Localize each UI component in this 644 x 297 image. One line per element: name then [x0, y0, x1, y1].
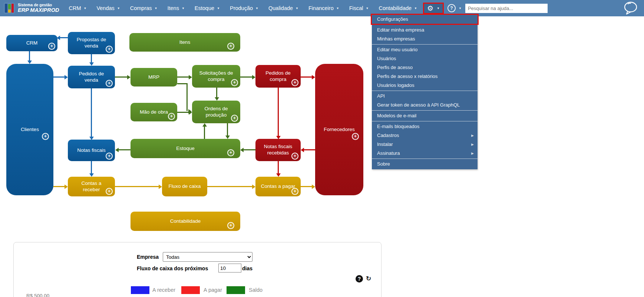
dias-label: dias	[242, 265, 252, 271]
node-pedidos-venda[interactable]: Pedidos de venda+	[68, 66, 115, 88]
menu-item-api[interactable]: API	[372, 92, 478, 101]
chevron-down-icon: ▼	[155, 7, 158, 10]
nav-item-qualidade[interactable]: Qualidade▼	[268, 5, 298, 11]
nav-item-crm[interactable]: CRM▼	[69, 5, 86, 11]
menu-item-editar-minha-empresa[interactable]: Editar minha empresa	[372, 26, 478, 35]
node-contabilidade[interactable]: Contabilidade+	[131, 212, 240, 231]
node-estoque[interactable]: Estoque+	[131, 139, 240, 158]
plus-icon[interactable]: +	[48, 43, 55, 50]
help-icon[interactable]: ?	[448, 4, 456, 12]
chevron-down-icon[interactable]: ▼	[437, 7, 440, 10]
node-notas-fiscais[interactable]: Notas fiscais+	[68, 140, 115, 161]
arrow-head-down	[276, 136, 281, 139]
plus-icon[interactable]: +	[227, 43, 234, 50]
arrow-line	[115, 186, 159, 187]
chevron-down-icon: ▼	[217, 7, 220, 10]
arrow-line	[227, 123, 228, 136]
arrow-head-right	[312, 185, 315, 189]
nav-item-estoque[interactable]: Estoque▼	[195, 5, 220, 11]
nav-item-itens[interactable]: Itens▼	[167, 5, 184, 11]
nav-item-producao[interactable]: Produção▼	[230, 5, 258, 11]
arrow-head-right	[65, 75, 68, 79]
panel-help-icon[interactable]: ?	[356, 275, 363, 283]
main-menu: CRM▼ Vendas▼ Compras▼ Itens▼ Estoque▼ Pr…	[69, 5, 417, 11]
cash-flow-panel: Empresa Todas Fluxo de caixa dos próximo…	[13, 242, 382, 297]
nav-item-vendas[interactable]: Vendas▼	[96, 5, 120, 11]
node-fornecedores[interactable]: Fornecedores+	[315, 64, 363, 195]
arrow-head-right	[65, 185, 68, 189]
chevron-down-icon: ▼	[414, 7, 417, 10]
menu-item-usuarios[interactable]: Usuários	[372, 54, 478, 63]
arrow-line	[177, 112, 189, 113]
plus-icon[interactable]: +	[42, 133, 49, 140]
plus-icon[interactable]: +	[231, 115, 238, 122]
node-contas-receber[interactable]: Contas a receber+	[68, 177, 115, 196]
nav-item-compras[interactable]: Compras▼	[130, 5, 158, 11]
arrow-line	[186, 83, 188, 111]
menu-item-perfis-acesso-relatorios[interactable]: Perfis de acesso x relatórios	[372, 72, 478, 81]
node-propostas-venda[interactable]: Propostas de venda+	[68, 32, 115, 54]
node-pedidos-compra[interactable]: Pedidos de compra+	[255, 65, 301, 88]
node-fluxo-caixa[interactable]: Fluxo de caixa	[162, 177, 207, 196]
menu-item-configuracoes-highlighted[interactable]: Configurações	[372, 15, 478, 24]
arrow-line	[177, 76, 189, 78]
menu-item-instalar[interactable]: Instalar▶	[372, 140, 478, 149]
node-clientes[interactable]: Clientes+	[6, 64, 53, 195]
app-logo[interactable]: Sistema de gestão ERP MAXIPROD	[4, 3, 59, 14]
plus-icon[interactable]: +	[291, 79, 298, 86]
node-notas-fiscais-recebidas[interactable]: Notas fiscais recebidas+	[255, 139, 301, 161]
menu-item-editar-meu-usuario[interactable]: Editar meu usuário	[372, 45, 478, 54]
nav-item-fiscal[interactable]: Fiscal▼	[349, 5, 369, 11]
plus-icon[interactable]: +	[352, 133, 359, 140]
plus-icon[interactable]: +	[227, 222, 234, 229]
plus-icon[interactable]: +	[168, 113, 175, 120]
menu-item-perfis-de-acesso[interactable]: Perfis de acesso	[372, 63, 478, 72]
arrow-line	[91, 161, 92, 174]
plus-icon[interactable]: +	[106, 46, 113, 53]
chat-bubble-icon[interactable]	[622, 1, 639, 16]
settings-gear-highlighted[interactable]: ⚙ ▼	[423, 3, 444, 14]
arrow-head-up	[202, 123, 207, 127]
node-crm[interactable]: CRM+	[6, 35, 57, 51]
search-input[interactable]	[465, 4, 548, 13]
plus-icon[interactable]: +	[231, 79, 238, 86]
node-contas-pagar[interactable]: Contas a pagar+	[255, 177, 301, 196]
dias-input[interactable]	[218, 264, 241, 272]
node-mrp[interactable]: MRP	[131, 68, 177, 87]
nav-item-financeiro[interactable]: Financeiro▼	[308, 5, 339, 11]
menu-item-cadastros[interactable]: Cadastros▶	[372, 131, 478, 140]
gear-icon[interactable]: ⚙	[427, 5, 433, 12]
menu-item-modelos-email[interactable]: Modelos de e-mail	[372, 111, 478, 120]
refresh-icon[interactable]: ↻	[366, 275, 371, 283]
menu-item-assinatura[interactable]: Assinatura▶	[372, 149, 478, 158]
legend-swatch-receber	[131, 286, 149, 294]
chevron-down-icon: ▼	[336, 7, 339, 10]
arrow-line	[60, 37, 68, 38]
node-ordens-producao[interactable]: Ordens de produção+	[192, 101, 240, 123]
chevron-down-icon: ▼	[255, 7, 258, 10]
menu-item-sobre[interactable]: Sobre	[372, 160, 478, 169]
arrow-line	[115, 76, 128, 78]
menu-item-emails-bloqueados[interactable]: E-mails bloqueados	[372, 122, 478, 131]
node-mao-obra[interactable]: Mão de obra+	[131, 103, 177, 121]
plus-icon[interactable]: +	[291, 188, 298, 195]
menu-item-minhas-empresas[interactable]: Minhas empresas	[372, 35, 478, 43]
plus-icon[interactable]: +	[106, 188, 113, 195]
node-itens[interactable]: Itens+	[129, 33, 240, 52]
menu-item-usuarios-logados[interactable]: Usuários logados	[372, 81, 478, 90]
chevron-down-icon[interactable]: ▼	[459, 7, 462, 10]
arrow-line	[177, 83, 188, 84]
nav-item-contabilidade[interactable]: Contabilidade▼	[379, 5, 417, 11]
arrow-head-right	[189, 110, 192, 115]
plus-icon[interactable]: +	[106, 80, 113, 87]
plus-icon[interactable]: +	[227, 149, 234, 156]
arrow-line	[301, 76, 312, 78]
arrow-head-down	[215, 97, 219, 101]
plus-icon[interactable]: +	[106, 153, 113, 160]
plus-icon[interactable]: +	[291, 153, 298, 160]
empresa-select[interactable]: Todas	[163, 252, 252, 262]
node-solicitacoes-compra[interactable]: Solicitações de compra+	[192, 65, 240, 88]
arrow-line	[119, 149, 131, 150]
arrow-head-down	[276, 173, 281, 177]
menu-item-gerar-token-graphql[interactable]: Gerar token de acesso à API GraphQL	[372, 101, 478, 110]
